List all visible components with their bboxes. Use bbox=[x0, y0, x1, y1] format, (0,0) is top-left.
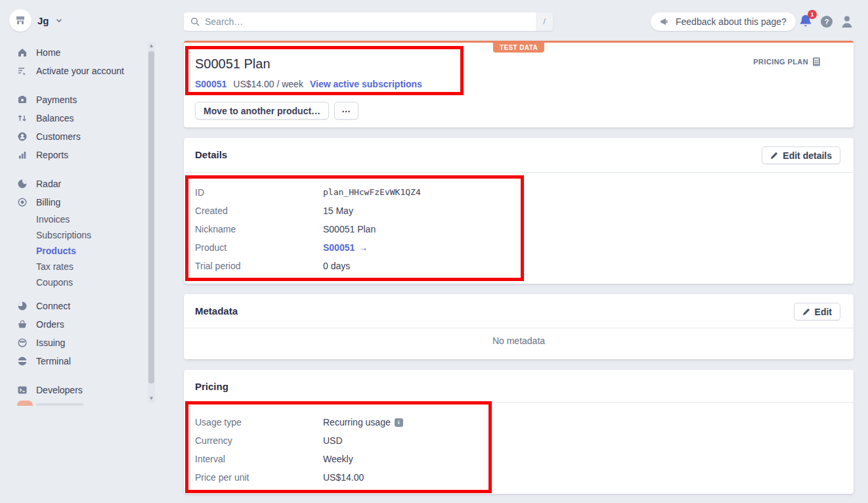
details-rows: ID plan_HHcwFzEvWK1QZ4 Created 15 May Ni… bbox=[195, 183, 842, 275]
sidebar-item-home[interactable]: Home bbox=[0, 43, 146, 62]
sidebar-item-customers[interactable]: Customers bbox=[0, 127, 146, 146]
sidebar-item-developers[interactable]: Developers bbox=[0, 381, 146, 399]
payments-icon bbox=[17, 95, 28, 105]
help-button[interactable]: ? bbox=[821, 16, 833, 28]
megaphone-icon bbox=[660, 17, 670, 26]
feedback-button[interactable]: Feedback about this page? bbox=[651, 12, 796, 31]
notifications-button[interactable]: 1 bbox=[798, 14, 814, 31]
detail-row-product: Product S00051 → bbox=[195, 238, 842, 257]
sidebar-item-issuing[interactable]: Issuing bbox=[0, 334, 146, 352]
connect-icon bbox=[17, 301, 28, 311]
search-box[interactable]: / bbox=[184, 12, 553, 31]
plan-header-card: TEST DATA S00051 Plan S00051 US$14.00 / … bbox=[184, 41, 854, 127]
pricing-row-currency: Currency USD bbox=[195, 431, 842, 450]
metadata-card: Metadata Edit No metadata bbox=[184, 294, 854, 359]
object-type-label: PRICING PLAN bbox=[753, 57, 821, 66]
scroll-down-icon[interactable]: ▼ bbox=[148, 395, 155, 403]
sidebar-item-tax-rates[interactable]: Tax rates bbox=[0, 259, 146, 274]
chevron-down-icon bbox=[55, 16, 63, 24]
sidebar-item-orders[interactable]: Orders bbox=[0, 315, 146, 334]
search-input[interactable] bbox=[205, 16, 536, 27]
edit-details-button[interactable]: Edit details bbox=[762, 146, 840, 164]
more-actions-button[interactable]: ⋯ bbox=[334, 102, 358, 120]
search-icon bbox=[190, 17, 200, 26]
pricing-row-interval: Interval Weekly bbox=[195, 450, 842, 468]
details-card: Details Edit details ID plan_HHcwFzEvWK1… bbox=[184, 138, 854, 284]
sidebar-item-payments[interactable]: Payments bbox=[0, 91, 146, 109]
sidebar-item-subscriptions[interactable]: Subscriptions bbox=[0, 227, 146, 243]
header-actions: Move to another product… ⋯ bbox=[195, 102, 358, 120]
feedback-label: Feedback about this page? bbox=[676, 16, 787, 27]
pricing-plan-icon bbox=[812, 57, 821, 66]
pencil-icon bbox=[770, 152, 778, 160]
scrollbar-thumb[interactable] bbox=[148, 51, 154, 383]
sidebar-item-coupons[interactable]: Coupons bbox=[0, 274, 146, 290]
pricing-row-price-per-unit: Price per unit US$14.00 bbox=[195, 468, 842, 487]
detail-row-nickname: Nickname S00051 Plan bbox=[195, 220, 842, 238]
account-name: Jg bbox=[37, 15, 49, 26]
product-link[interactable]: S00051 bbox=[195, 79, 227, 89]
activate-icon bbox=[17, 66, 28, 76]
notification-badge: 1 bbox=[808, 10, 817, 19]
customers-icon bbox=[17, 131, 28, 142]
radar-icon bbox=[17, 179, 28, 189]
reports-icon bbox=[17, 150, 28, 160]
details-heading: Details bbox=[195, 149, 227, 160]
scroll-up-icon[interactable]: ▲ bbox=[148, 42, 155, 50]
view-active-subscriptions-link[interactable]: View active subscriptions bbox=[310, 79, 422, 89]
sidebar-item-balances[interactable]: Balances bbox=[0, 109, 146, 127]
info-icon[interactable]: i bbox=[395, 418, 403, 427]
profile-button[interactable] bbox=[840, 14, 854, 29]
divider bbox=[184, 402, 854, 403]
sidebar-nav: Home Activate your account Payments Bala… bbox=[0, 43, 146, 406]
detail-row-created: Created 15 May bbox=[195, 202, 842, 220]
divider bbox=[184, 172, 854, 173]
pricing-rows: Usage type Recurring usage i Currency US… bbox=[195, 413, 842, 487]
plan-summary: S00051 US$14.00 / week View active subsc… bbox=[195, 79, 422, 89]
move-to-another-product-button[interactable]: Move to another product… bbox=[195, 102, 329, 120]
storefront-icon bbox=[9, 9, 32, 32]
test-mode-toggle-clipped[interactable] bbox=[0, 399, 146, 406]
sidebar-item-invoices[interactable]: Invoices bbox=[0, 211, 146, 227]
pricing-card: Pricing Usage type Recurring usage i Cur… bbox=[184, 370, 854, 494]
sidebar-item-activate-account[interactable]: Activate your account bbox=[0, 62, 146, 80]
sidebar-item-billing[interactable]: Billing bbox=[0, 193, 146, 211]
sidebar-item-products[interactable]: Products bbox=[0, 243, 146, 259]
no-metadata-text: No metadata bbox=[184, 336, 854, 346]
sidebar-item-radar[interactable]: Radar bbox=[0, 175, 146, 193]
billing-icon bbox=[17, 197, 28, 208]
issuing-icon bbox=[17, 338, 28, 348]
product-detail-link[interactable]: S00051 bbox=[323, 238, 355, 257]
developers-icon bbox=[17, 385, 28, 395]
divider bbox=[184, 328, 854, 328]
detail-row-id: ID plan_HHcwFzEvWK1QZ4 bbox=[195, 183, 842, 202]
page-title: S00051 Plan bbox=[195, 56, 271, 72]
toggle-ghost-label bbox=[36, 403, 83, 406]
price-text: US$14.00 / week bbox=[233, 79, 303, 89]
sidebar-item-terminal[interactable]: Terminal bbox=[0, 352, 146, 370]
home-icon bbox=[17, 47, 28, 58]
account-switcher[interactable]: Jg bbox=[9, 9, 63, 32]
search-shortcut-key: / bbox=[536, 12, 553, 31]
balances-icon bbox=[17, 113, 28, 123]
edit-metadata-button[interactable]: Edit bbox=[794, 303, 840, 320]
pricing-row-usage-type: Usage type Recurring usage i bbox=[195, 413, 842, 431]
detail-row-trial-period: Trial period 0 days bbox=[195, 257, 842, 275]
metadata-heading: Metadata bbox=[195, 305, 238, 317]
pencil-icon bbox=[802, 308, 810, 316]
arrow-right-icon: → bbox=[358, 238, 368, 257]
sidebar-item-connect[interactable]: Connect bbox=[0, 297, 146, 315]
sidebar-scrollbar[interactable]: ▲ ▼ bbox=[148, 42, 155, 403]
orders-icon bbox=[17, 319, 28, 330]
test-data-badge: TEST DATA bbox=[493, 43, 544, 53]
pricing-heading: Pricing bbox=[195, 381, 228, 392]
terminal-icon bbox=[17, 356, 28, 366]
sidebar-item-reports[interactable]: Reports bbox=[0, 146, 146, 164]
toggle-pill-icon bbox=[17, 401, 33, 406]
person-icon bbox=[840, 14, 854, 29]
